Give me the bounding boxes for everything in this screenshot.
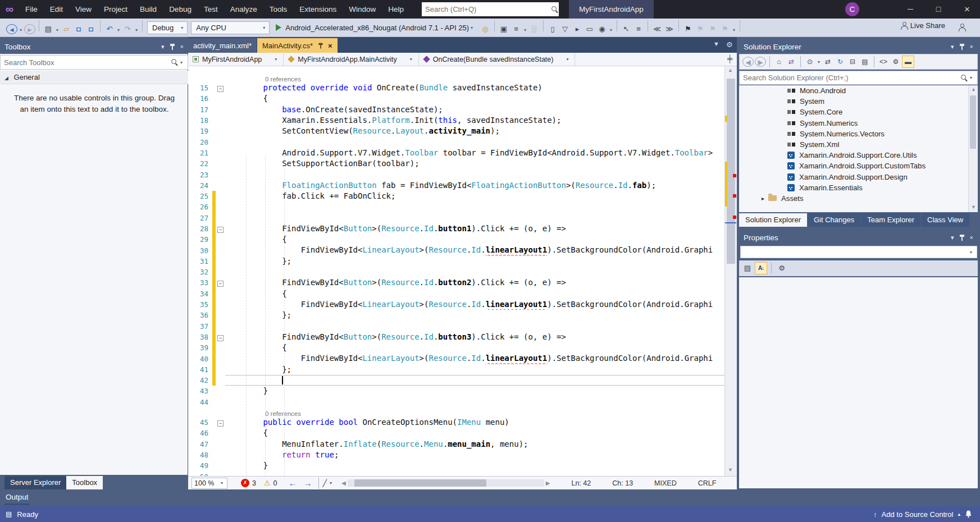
code-text[interactable]: [225, 202, 724, 212]
code-line-23[interactable]: 23: [188, 169, 724, 180]
eol-indicator[interactable]: CRLF: [698, 479, 717, 487]
redo-icon[interactable]: ↷: [122, 24, 133, 35]
code-text[interactable]: };: [225, 256, 724, 267]
indent-decrease-icon[interactable]: ≪: [651, 24, 663, 35]
code-text[interactable]: SetSupportActionBar(toolbar);: [225, 158, 724, 169]
tab-git-changes[interactable]: Git Changes: [808, 213, 860, 227]
attach-to-process-icon[interactable]: ◎: [480, 24, 491, 35]
code-text[interactable]: {: [225, 289, 724, 299]
save-all-icon[interactable]: ◘: [85, 24, 97, 35]
codelens-references[interactable]: 0 references: [188, 73, 724, 83]
code-text[interactable]: [225, 397, 724, 407]
sync-disabled-icon[interactable]: ▒: [528, 24, 540, 35]
se-properties-wrench-icon[interactable]: ⚙: [890, 56, 901, 67]
close-icon[interactable]: ×: [970, 234, 973, 241]
fold-margin[interactable]: −: [216, 418, 225, 427]
code-line-31[interactable]: 31 };: [188, 256, 724, 267]
code-line-35[interactable]: 35 FindViewById<LinearLayout>(Resource.I…: [188, 299, 724, 310]
code-text[interactable]: FindViewById<LinearLayout>(Resource.Id.l…: [225, 245, 724, 255]
live-share-button[interactable]: Live Share: [900, 21, 945, 30]
menu-view[interactable]: View: [69, 0, 98, 19]
code-text[interactable]: [225, 267, 724, 277]
breadcrumb-1[interactable]: MyFirstAndroidApp.MainActivity▾: [284, 53, 418, 66]
code-line-20[interactable]: 20: [188, 136, 724, 147]
menu-test[interactable]: Test: [198, 0, 224, 19]
code-text[interactable]: SetContentView(Resource.Layout.activity_…: [225, 126, 724, 136]
tree-item-system[interactable]: System: [739, 96, 978, 107]
properties-object-dropdown[interactable]: ▾: [740, 246, 977, 258]
scrollbar-thumb[interactable]: [727, 79, 735, 264]
breadcrumb-0[interactable]: MyFirstAndroidApp▾: [188, 53, 284, 66]
chevron-up-icon[interactable]: ▴: [958, 511, 960, 517]
clear-bookmarks-icon[interactable]: ⚑: [719, 24, 731, 35]
code-line-25[interactable]: 25 fab.Click += FabOnClick;: [188, 191, 724, 202]
add-to-source-control-button[interactable]: Add to Source Control: [882, 510, 954, 519]
code-line-19[interactable]: 19 SetContentView(Resource.Layout.activi…: [188, 126, 724, 136]
chevron-down-icon[interactable]: ▾: [951, 43, 954, 51]
code-text[interactable]: FindViewById<Button>(Resource.Id.button3…: [225, 332, 724, 342]
scrollbar-down-arrow[interactable]: ▼: [728, 467, 733, 473]
tree-item-system-xml[interactable]: System.Xml: [739, 139, 978, 150]
tree-item-xamarin-android-support-customtabs[interactable]: Xamarin.Android.Support.CustomTabs: [739, 161, 978, 171]
code-text[interactable]: FindViewById<Button>(Resource.Id.button1…: [225, 223, 724, 234]
tab-server-explorer[interactable]: Server Explorer: [4, 476, 66, 489]
minimize-button[interactable]: ─: [897, 0, 923, 19]
tab-activity-main-xml-[interactable]: activity_main.xml*: [188, 38, 257, 53]
code-line-29[interactable]: 29 {: [188, 234, 724, 245]
profiler-globe-icon[interactable]: ◉: [596, 24, 608, 35]
error-list-icon[interactable]: ≡: [510, 24, 522, 35]
device-layout-icon[interactable]: ▭: [584, 24, 595, 35]
tab-toolbox[interactable]: Toolbox: [66, 476, 103, 489]
android-deploy-icon[interactable]: ▽: [559, 24, 571, 35]
code-text[interactable]: [225, 213, 724, 223]
collapse-region-icon[interactable]: −: [217, 335, 224, 341]
code-text[interactable]: FindViewById<LinearLayout>(Resource.Id.l…: [225, 353, 724, 364]
pin-icon[interactable]: [959, 235, 965, 241]
solution-configuration-dropdown[interactable]: Debug▾: [147, 21, 188, 34]
breadcrumb-2[interactable]: OnCreate(Bundle savedInstanceState)▾: [419, 53, 576, 66]
code-text[interactable]: {: [225, 342, 724, 353]
code-line-37[interactable]: 37: [188, 321, 724, 332]
tree-item-xamarin-essentials[interactable]: Xamarin.Essentials: [739, 182, 978, 193]
gear-icon[interactable]: ⚙: [726, 40, 733, 49]
se-pending-changes-filter-dropdown-icon[interactable]: ▾: [816, 59, 822, 65]
menu-tools[interactable]: Tools: [263, 0, 294, 19]
menu-build[interactable]: Build: [134, 0, 163, 19]
code-line-38[interactable]: 38− FindViewById<Button>(Resource.Id.but…: [188, 332, 724, 342]
code-line-36[interactable]: 36 };: [188, 310, 724, 320]
redo-dropdown-icon[interactable]: ▾: [134, 28, 139, 33]
code-text[interactable]: FloatingActionButton fab = FindViewById<…: [225, 180, 724, 191]
prev-bookmark-icon[interactable]: ⚑: [695, 24, 706, 35]
scrollbar-up-arrow[interactable]: ▲: [728, 67, 733, 73]
fold-margin[interactable]: −: [216, 333, 225, 341]
code-line-18[interactable]: 18 Xamarin.Essentials.Platform.Init(this…: [188, 115, 724, 126]
solution-platform-dropdown[interactable]: Any CPU▾: [191, 21, 270, 34]
code-line-27[interactable]: 27: [188, 213, 724, 223]
menu-project[interactable]: Project: [98, 0, 134, 19]
code-line-34[interactable]: 34 {: [188, 289, 724, 299]
code-text[interactable]: MenuInflater.Inflate(Resource.Menu.menu_…: [225, 439, 724, 450]
hscroll-left-arrow[interactable]: ◀: [341, 480, 346, 486]
code-line-42[interactable]: 42: [188, 375, 724, 386]
tab-team-explorer[interactable]: Team Explorer: [861, 213, 920, 227]
navigate-forward-icon[interactable]: →: [304, 478, 312, 488]
tree-item-system-numerics[interactable]: System.Numerics: [739, 118, 978, 129]
toolbox-section-general[interactable]: ◢ General: [0, 71, 188, 84]
active-files-dropdown-icon[interactable]: ▼: [713, 40, 719, 49]
code-line-28[interactable]: 28− FindViewById<Button>(Resource.Id.but…: [188, 223, 724, 234]
collapse-region-icon[interactable]: −: [217, 86, 224, 92]
prop-pages-wrench-icon[interactable]: ⚙: [776, 263, 787, 274]
new-project-icon[interactable]: ▤: [43, 24, 54, 35]
menu-file[interactable]: File: [19, 0, 44, 19]
pen-marker-icon[interactable]: ╱: [323, 479, 327, 487]
code-line-24[interactable]: 24 FloatingActionButton fab = FindViewBy…: [188, 180, 724, 191]
code-text[interactable]: fab.Click += FabOnClick;: [225, 191, 724, 202]
next-bookmark-icon[interactable]: ⚑: [707, 24, 718, 35]
fold-margin[interactable]: −: [216, 225, 225, 233]
code-text[interactable]: protected override void OnCreate(Bundle …: [225, 83, 724, 93]
code-line-48[interactable]: 48 return true;: [188, 450, 724, 460]
close-icon[interactable]: ×: [180, 43, 184, 50]
console-window-icon[interactable]: ▸: [572, 24, 583, 35]
error-count[interactable]: 3: [252, 479, 256, 487]
solution-explorer-search-box[interactable]: ▾: [739, 71, 978, 85]
